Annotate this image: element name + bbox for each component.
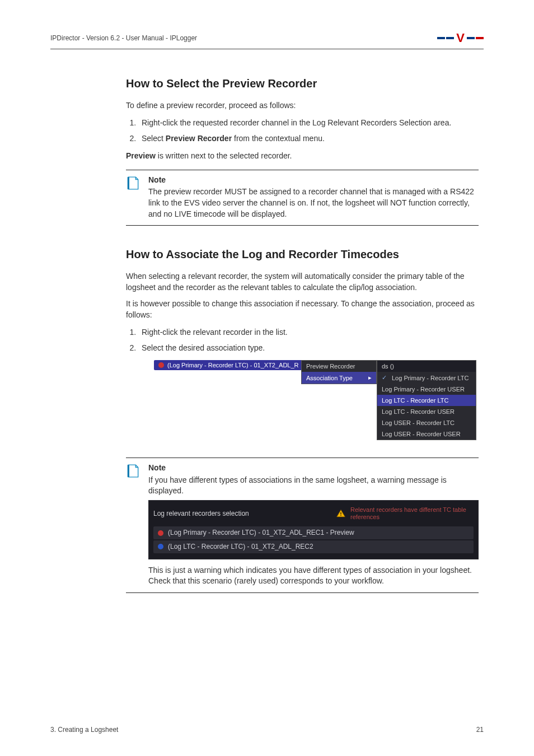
submenu-item-4[interactable]: Log LTC - Recorder USER: [377, 406, 476, 417]
section2-steps: Right-click the relevant recorder in the…: [138, 326, 479, 354]
warning-screenshot: Log relevant recorders selection Relevan…: [148, 500, 479, 559]
note-icon: [126, 176, 140, 190]
warn-row-1-label: (Log Primary - Recorder LTC) - 01_XT2_AD…: [168, 528, 354, 538]
section2-step-1: Right-click the relevant recorder in the…: [138, 326, 479, 338]
note2-label: Note: [148, 463, 479, 474]
section1-intro: To define a preview recorder, proceed as…: [126, 100, 479, 111]
warn-header-label: Log relevant recorders selection: [153, 509, 249, 519]
section1-step-1: Right-click the requested recorder chann…: [138, 117, 479, 128]
record-dot-icon: [158, 544, 163, 549]
note1-label: Note: [148, 175, 479, 186]
menu-item-association-type-label: Association Type: [306, 375, 353, 381]
submenu-item-6[interactable]: Log USER - Recorder USER: [377, 428, 476, 440]
submenu-header: ds (): [377, 361, 476, 372]
context-menu-2: ds () ✓ Log Primary - Recorder LTC Log P…: [377, 360, 476, 440]
note-block-2: Note If you have different types of asso…: [126, 458, 479, 593]
warning-triangle-icon: [336, 508, 346, 519]
post-prefix: Preview: [126, 151, 156, 160]
context-menu-screenshot: (Log Primary - Recorder LTC) - 01_XT2_AD…: [154, 360, 467, 437]
menu-item-preview-recorder[interactable]: Preview Recorder: [302, 361, 376, 372]
section1-heading: How to Select the Preview Recorder: [126, 77, 479, 90]
section2-para1: When selecting a relevant recorder, the …: [126, 271, 479, 293]
section1-step-2: Select Preview Recorder from the context…: [138, 133, 479, 144]
note-icon: [126, 464, 140, 478]
section1-post: Preview is written next to the selected …: [126, 151, 479, 162]
footer-chapter: 3. Creating a Logsheet: [50, 726, 118, 734]
page-footer: 3. Creating a Logsheet 21: [50, 726, 484, 734]
submenu-item-1-label: Log Primary - Recorder LTC: [392, 375, 469, 381]
evs-logo: V: [437, 31, 484, 45]
step2-suffix: from the contextual menu.: [232, 134, 325, 143]
note1-body: The preview recorder MUST be assigned to…: [148, 187, 474, 218]
warn-header-msg: Relevant recorders have different TC tab…: [350, 506, 474, 521]
step2-bold: Preview Recorder: [166, 134, 232, 143]
section2-step-2: Select the desired association type.: [138, 342, 479, 353]
submenu-item-2[interactable]: Log Primary - Recorder USER: [377, 384, 476, 395]
submenu-item-3[interactable]: Log LTC - Recorder LTC: [377, 395, 476, 406]
page-header: IPDirector - Version 6.2 - User Manual -…: [50, 31, 484, 49]
menu-item-association-type[interactable]: Association Type ▸: [302, 372, 376, 384]
submenu-header-label: ds (): [382, 363, 394, 370]
note2-intro: If you have different types of associati…: [148, 475, 447, 496]
check-icon: ✓: [382, 374, 388, 381]
recorder-row-label: (Log Primary - Recorder LTC) - 01_XT2_AD…: [167, 362, 299, 368]
section1-steps: Right-click the requested recorder chann…: [138, 117, 479, 144]
submenu-item-5[interactable]: Log USER - Recorder LTC: [377, 417, 476, 428]
footer-page-number: 21: [476, 726, 484, 734]
svg-rect-0: [340, 512, 341, 515]
warn-row-1[interactable]: (Log Primary - Recorder LTC) - 01_XT2_AD…: [153, 526, 474, 539]
record-dot-icon: [158, 530, 163, 536]
note-block-1: Note The preview recorder MUST be assign…: [126, 170, 479, 226]
chevron-right-icon: ▸: [368, 374, 372, 381]
warn-row-2[interactable]: (Log LTC - Recorder LTC) - 01_XT2_ADL_RE…: [153, 540, 474, 553]
recorder-row[interactable]: (Log Primary - Recorder LTC) - 01_XT2_AD…: [154, 360, 303, 370]
section2-para2: It is however possible to change this as…: [126, 298, 479, 320]
post-suffix: is written next to the selected recorder…: [156, 151, 292, 160]
doc-title: IPDirector - Version 6.2 - User Manual -…: [50, 34, 197, 42]
submenu-item-1[interactable]: ✓ Log Primary - Recorder LTC: [377, 372, 476, 384]
step2-prefix: Select: [142, 134, 166, 143]
record-dot-icon: [158, 362, 164, 368]
note2-tail: This is just a warning which indicates y…: [148, 566, 472, 586]
warn-row-2-label: (Log LTC - Recorder LTC) - 01_XT2_ADL_RE…: [168, 542, 313, 552]
section2-heading: How to Associate the Log and Recorder Ti…: [126, 248, 479, 261]
context-menu-1: Preview Recorder Association Type ▸: [301, 360, 377, 384]
svg-rect-1: [340, 515, 341, 516]
